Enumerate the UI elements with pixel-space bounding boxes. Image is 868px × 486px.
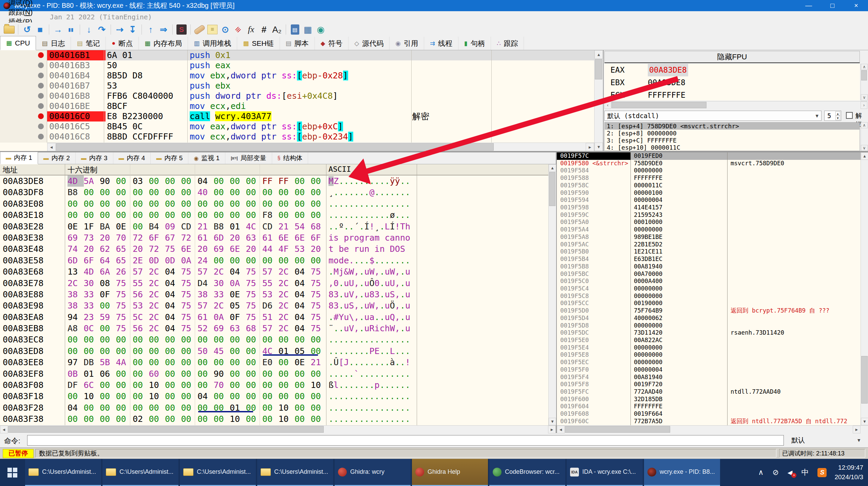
hex-byte[interactable]: 55 [133,278,149,289]
scroll-up-icon[interactable]: ▲ [595,50,603,59]
hex-byte[interactable]: 6F [149,232,165,243]
stack-value-cell[interactable]: 32D185DB [634,396,662,403]
dump-row[interactable]: 00A83E586D6F64652E0D0D0A2400000000000000… [0,255,548,266]
hex-byte[interactable]: 69 [214,323,230,334]
hex-byte[interactable]: 2C [279,312,295,323]
hex-byte[interactable]: 04 [68,402,84,413]
hex-byte[interactable]: 00 [116,187,132,198]
unlock-checkbox[interactable] [846,112,853,119]
hex-byte[interactable]: 65 [116,255,132,266]
stack-value-cell[interactable]: 00A81940 [634,374,662,381]
hex-byte[interactable]: 00 [116,345,132,357]
stack-value-cell[interactable]: 21595243 [634,211,662,219]
hex-byte[interactable]: 04 [165,312,181,323]
hex-byte[interactable]: 00 [311,209,327,221]
hex-byte[interactable]: 75 [116,312,132,323]
stack-value-cell[interactable]: 00000004 [634,197,662,204]
hex-byte[interactable]: 00 [295,368,311,379]
stack-row[interactable]: 0019F5D075F764B9返回到 bcrypt.75F764B9 自 ??… [557,307,861,315]
hex-byte[interactable]: 00 [133,345,149,357]
dump-row[interactable]: 00A83EF80B010600006000000090000000000000… [0,368,548,379]
hex-byte[interactable]: 62 [100,243,116,255]
dump-tab-memory-3[interactable]: ▬内存 3 [76,152,113,164]
hex-byte[interactable]: 70 [214,379,230,391]
hex-byte[interactable]: 57 [133,266,149,277]
hex-byte[interactable]: 00 [84,345,100,357]
hex-byte[interactable]: 00 [230,379,246,391]
stack-value-cell[interactable]: 00000000 [634,344,662,352]
stack-panel[interactable]: 0019F57C0019FED00019F580 <&strrchr>758D9… [557,152,861,425]
hex-byte[interactable]: 0A [230,278,246,289]
stack-row[interactable]: 0019F5D440000062 [557,315,861,322]
hex-byte[interactable]: 33 [84,289,100,300]
taskbar-explorer-3[interactable]: C:\Users\Administ... [180,459,256,486]
stack-value-cell[interactable]: 772B7A5D [634,418,662,425]
stack-value-cell[interactable]: 00A81940 [634,263,662,270]
network-globe-icon[interactable]: ⊘ [772,468,778,477]
hex-byte[interactable]: 00 [68,334,84,345]
hex-byte[interactable]: 04 [197,175,214,187]
menu-n[interactable]: 跟踪(N) [0,7,45,17]
hex-byte[interactable]: 00 [295,334,311,345]
tab-breakpoints[interactable]: ●断点 [106,37,139,50]
stack-value-cell[interactable]: 00010000 [634,219,662,226]
hex-byte[interactable]: 2C [149,266,165,277]
hex-byte[interactable]: 00 [100,323,116,334]
hex-byte[interactable]: 00 [279,255,295,266]
comments-notes-icon[interactable]: ≡ [207,24,218,35]
stack-value-cell[interactable]: 00000000 [634,293,662,300]
hex-byte[interactable]: 00 [84,334,100,345]
hex-byte[interactable]: 73 [84,232,100,243]
hex-byte[interactable]: 0D [149,255,165,266]
stack-row[interactable]: 0019F598414E4157 [557,204,861,211]
hex-byte[interactable]: 00 [295,175,311,187]
stack-value-cell[interactable]: 00A822AC [634,337,662,344]
hex-byte[interactable]: 2C [214,266,230,277]
hex-byte[interactable]: 0A [214,312,230,323]
hex-byte[interactable]: 75 [311,289,327,300]
hex-byte[interactable]: 00 [262,413,279,425]
register-value[interactable]: 00A83DE8 [648,76,685,89]
hex-byte[interactable]: 30 [214,278,230,289]
stack-row[interactable]: 0019F5A8989BE1BE [557,233,861,241]
stack-hscroll-thumb[interactable] [565,426,670,433]
scroll-left-icon[interactable]: ◄ [47,143,56,151]
hex-byte[interactable]: 00 [214,209,230,221]
hex-byte[interactable]: 60 [149,368,165,379]
scroll-down-icon[interactable]: ▼ [549,418,556,425]
hex-byte[interactable]: 00 [165,175,181,187]
hex-byte[interactable]: 03 [133,175,149,187]
hex-byte[interactable]: 10 [311,379,327,391]
hex-byte[interactable]: 00 [116,198,132,209]
hex-byte[interactable]: 53 [262,289,279,300]
hex-byte[interactable]: 04 [295,312,311,323]
hex-byte[interactable]: 05 [230,300,246,311]
hex-byte[interactable]: 64 [100,255,116,266]
hex-byte[interactable]: 00 [100,379,116,391]
registers-hscroll-thumb[interactable] [611,102,706,108]
hex-byte[interactable]: 00 [133,357,149,368]
disasm-row[interactable]: 004016B350push eax [0,60,595,71]
scroll-down-icon[interactable]: ∨ [861,145,868,151]
hex-byte[interactable]: 00 [116,334,132,345]
minimize-button[interactable]: — [797,0,820,11]
scroll-right-icon[interactable]: ► [853,426,861,433]
hex-byte[interactable]: 6C [84,379,100,391]
hex-byte[interactable]: 23 [84,312,100,323]
menu-d[interactable]: 调试(D) [0,0,45,7]
scroll-left-icon[interactable]: ‹ [604,101,611,109]
call-argument-row[interactable]: 4: [esp+10] 0000011C [605,144,860,151]
hex-byte[interactable]: 02 [133,413,149,425]
hex-byte[interactable]: 00 [214,357,230,368]
hex-byte[interactable]: 94 [68,312,84,323]
hex-byte[interactable]: 4F [279,243,295,255]
scroll-up-icon[interactable]: ∧ [861,64,868,70]
hex-byte[interactable]: 00 [279,379,295,391]
close-debuggee-icon[interactable]: ■ [34,24,46,35]
hex-byte[interactable]: 59 [100,312,116,323]
taskbar-explorer-4[interactable]: C:\Users\Administ... [257,459,333,486]
breakpoint-dot[interactable] [38,62,44,68]
breakpoint-dot[interactable] [38,83,44,89]
stack-value-cell[interactable]: 00000000 [634,226,662,233]
breakpoint-dot[interactable] [38,103,44,109]
